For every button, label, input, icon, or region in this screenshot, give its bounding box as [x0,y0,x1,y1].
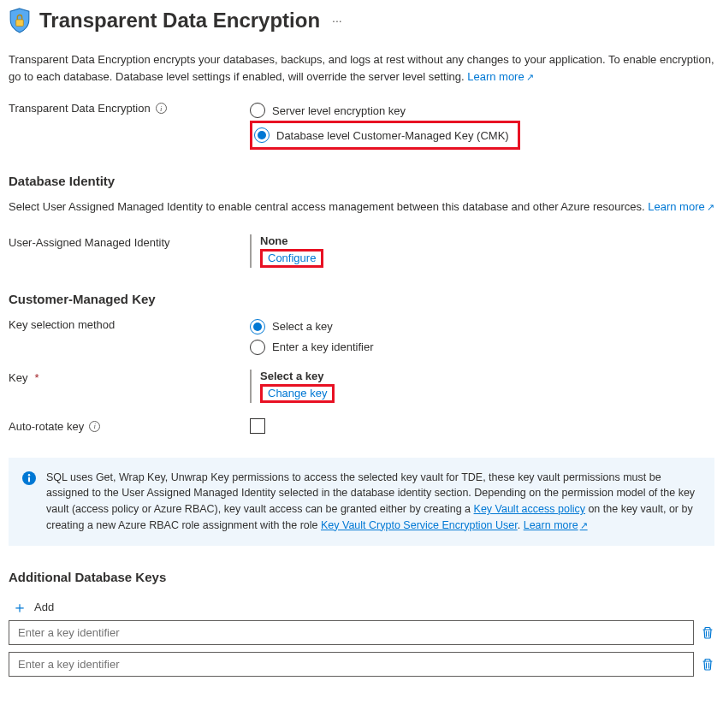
learn-more-link[interactable]: Learn more↗ [524,519,588,531]
page-header: Transparent Data Encryption ··· [9,7,714,34]
uami-label: User-Assigned Managed Identity [9,234,250,249]
delete-icon[interactable] [701,657,714,671]
key-identifier-input[interactable] [9,620,694,645]
external-link-icon: ↗ [526,72,534,82]
radio-enter-identifier[interactable]: Enter a key identifier [250,337,714,358]
radio-icon-selected [250,319,265,334]
radio-label: Enter a key identifier [272,340,374,353]
autorotate-field: Auto-rotate key i [9,418,714,434]
highlight-box: Change key [260,384,335,403]
add-key-button[interactable]: ＋ Add [9,595,57,620]
configure-identity-link[interactable]: Configure [268,252,316,264]
section-cmk: Customer-Managed Key [9,292,714,306]
key-identifier-input[interactable] [9,652,694,677]
key-label: Key* [9,370,250,384]
add-label: Add [34,601,54,613]
key-value: Select a key [260,370,714,382]
radio-label: Select a key [272,320,333,333]
key-value-block: Select a key Change key [250,370,714,403]
uami-value-block: None Configure [250,234,714,268]
info-icon[interactable]: i [89,421,100,432]
more-actions-button[interactable]: ··· [329,10,346,31]
radio-icon-unselected [250,340,265,355]
kv-access-policy-link[interactable]: Key Vault access policy [474,503,585,515]
delete-icon[interactable] [701,625,714,639]
radio-label: Database level Customer-Managed Key (CMK… [276,129,509,142]
kv-crypto-role-link[interactable]: Key Vault Crypto Service Encryption User [321,519,518,531]
radio-label: Server level encryption key [272,104,406,117]
info-icon[interactable]: i [156,103,167,114]
external-link-icon: ↗ [707,202,714,212]
highlight-box: Configure [260,249,323,268]
svg-rect-3 [28,476,30,482]
tde-description: Transparent Data Encryption encrypts you… [9,51,714,85]
info-panel: SQL uses Get, Wrap Key, Unwrap Key permi… [9,458,714,546]
key-selection-method-field: Key selection method Select a key Enter … [9,317,714,358]
learn-more-link[interactable]: Learn more↗ [467,70,533,83]
page-title: Transparent Data Encryption [39,9,320,33]
radio-icon-unselected [250,103,265,118]
uami-value: None [260,234,714,247]
key-field: Key* Select a key Change key [9,370,714,403]
plus-icon: ＋ [12,600,27,615]
change-key-link[interactable]: Change key [268,387,327,400]
svg-rect-0 [16,20,24,27]
autorotate-checkbox[interactable] [250,418,265,434]
section-database-identity: Database Identity [9,174,714,188]
shield-lock-icon [9,7,31,34]
key-row [9,652,714,677]
section-additional-keys: Additional Database Keys [9,570,714,584]
learn-more-link[interactable]: Learn more↗ [648,200,714,213]
external-link-icon: ↗ [580,520,588,530]
database-identity-text: Select User Assigned Managed Identity to… [9,198,714,216]
tde-label: Transparent Data Encryption i [9,100,250,115]
key-row [9,620,714,645]
autorotate-label: Auto-rotate key i [9,418,250,433]
uami-field: User-Assigned Managed Identity None Conf… [9,234,714,268]
info-circle-icon [22,471,36,485]
info-panel-text: SQL uses Get, Wrap Key, Unwrap Key permi… [46,470,701,534]
radio-icon-selected [254,127,270,143]
radio-select-key[interactable]: Select a key [250,317,714,337]
key-selection-method-label: Key selection method [9,317,250,331]
tde-description-text: Transparent Data Encryption encrypts you… [9,53,714,83]
radio-server-level[interactable]: Server level encryption key [250,100,714,121]
highlight-box: Database level Customer-Managed Key (CMK… [250,121,520,150]
svg-point-2 [28,474,30,476]
radio-database-level-cmk[interactable]: Database level Customer-Managed Key (CMK… [254,125,509,145]
tde-field: Transparent Data Encryption i Server lev… [9,100,714,150]
